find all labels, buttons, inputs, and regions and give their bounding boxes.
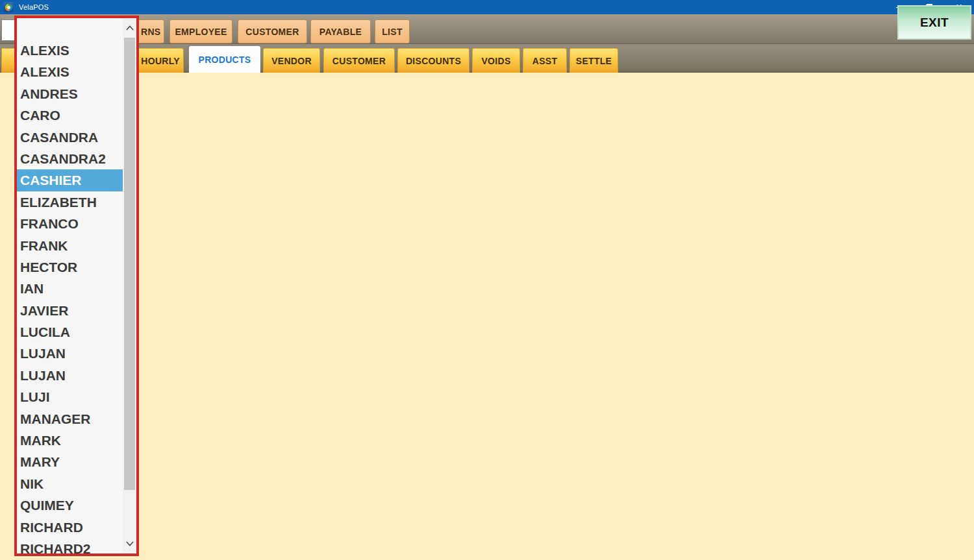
employee-list-item[interactable]: MANAGER bbox=[17, 408, 123, 430]
sub-tab[interactable]: SETTLE bbox=[569, 48, 618, 73]
employee-list-item[interactable]: ALEXIS bbox=[17, 40, 123, 61]
employee-list-item[interactable]: CASANDRA2 bbox=[17, 148, 123, 169]
employee-list-item[interactable]: IAN bbox=[17, 278, 123, 299]
app-logo-icon bbox=[3, 2, 14, 12]
employee-list-item[interactable]: HECTOR bbox=[17, 256, 123, 278]
employee-list-item[interactable]: MARK bbox=[17, 430, 123, 451]
sub-tab-strip: HOURLYPRODUCTSVENDORCUSTOMERDISCOUNTSVOI… bbox=[0, 44, 974, 73]
menu-tab[interactable]: LIST bbox=[375, 19, 410, 43]
menu-tab[interactable]: CUSTOMER bbox=[238, 19, 307, 43]
employee-list-item[interactable]: RICHARD2 bbox=[17, 538, 123, 554]
scrollbar-thumb[interactable] bbox=[124, 38, 135, 490]
employee-list-item[interactable]: NIK bbox=[17, 473, 123, 494]
window-title: VelaPOS bbox=[19, 3, 49, 11]
menu-tab[interactable]: PAYABLE bbox=[310, 19, 371, 43]
employee-list-item[interactable]: MARY bbox=[17, 451, 123, 472]
scroll-down-icon[interactable] bbox=[123, 537, 136, 551]
employee-list-item[interactable]: LUJAN bbox=[17, 365, 123, 386]
employee-list-item[interactable]: RICHARD bbox=[17, 517, 123, 538]
employee-list-item[interactable]: CASANDRA bbox=[17, 127, 123, 148]
menu-tab-strip: RNSEMPLOYEECUSTOMERPAYABLELIST bbox=[0, 14, 974, 44]
exit-button[interactable]: EXIT bbox=[897, 5, 971, 40]
employee-list-item[interactable]: FRANK bbox=[17, 235, 123, 256]
sub-tab[interactable]: CUSTOMER bbox=[323, 48, 395, 73]
employee-list: ALEXISALEXISANDRESCAROCASANDRACASANDRA2C… bbox=[17, 18, 123, 554]
sub-tab[interactable]: VENDOR bbox=[263, 48, 320, 73]
employee-list-item[interactable]: ELIZABETH bbox=[17, 191, 123, 213]
sub-tab[interactable]: VOIDS bbox=[472, 48, 520, 73]
employee-list-item[interactable]: LUCILA bbox=[17, 321, 123, 343]
sub-tab-partial[interactable] bbox=[1, 48, 14, 73]
app-window: VelaPOS × RNSEMPLOYEECUSTOMERPAYABLELIST… bbox=[0, 0, 974, 560]
employee-list-item[interactable]: CASHIER bbox=[17, 169, 123, 191]
employee-list-item[interactable]: ANDRES bbox=[17, 83, 123, 104]
employee-dropdown: ALEXISALEXISANDRESCAROCASANDRACASANDRA2C… bbox=[14, 16, 139, 556]
employee-list-item[interactable]: QUIMEY bbox=[17, 494, 123, 516]
employee-list-item[interactable]: LUJI bbox=[17, 386, 123, 408]
content-area bbox=[0, 73, 974, 560]
employee-list-item[interactable]: JAVIER bbox=[17, 300, 123, 321]
employee-list-item[interactable]: CARO bbox=[17, 104, 123, 126]
menu-tab[interactable]: EMPLOYEE bbox=[169, 19, 232, 43]
employee-list-item[interactable]: LUJAN bbox=[17, 343, 123, 364]
dropdown-scrollbar[interactable] bbox=[123, 18, 136, 554]
sub-tab[interactable]: DISCOUNTS bbox=[397, 48, 469, 73]
employee-list-item[interactable]: FRANCO bbox=[17, 213, 123, 234]
employee-list-item[interactable]: ALEXIS bbox=[17, 61, 123, 82]
title-bar: VelaPOS × bbox=[0, 0, 974, 14]
employee-combobox-field[interactable] bbox=[1, 19, 14, 41]
sub-tab[interactable]: ASST bbox=[523, 48, 567, 73]
scroll-up-icon[interactable] bbox=[123, 21, 136, 35]
sub-tab[interactable]: PRODUCTS bbox=[189, 46, 260, 73]
